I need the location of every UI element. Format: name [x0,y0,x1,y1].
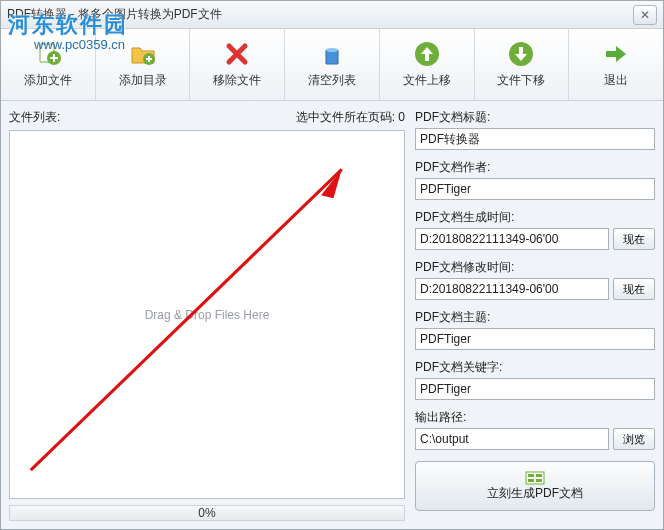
add-file-icon [34,40,62,68]
page-number-label: 选中文件所在页码: 0 [296,109,405,126]
svg-rect-9 [528,474,534,477]
mtime-label: PDF文档修改时间: [415,259,655,276]
output-label: 输出路径: [415,409,655,426]
output-input[interactable] [415,428,609,450]
drop-area[interactable]: Drag & Drop Files Here [9,130,405,499]
left-panel: 文件列表: 选中文件所在页码: 0 Drag & Drop Files Here… [9,109,405,521]
svg-rect-12 [536,479,542,482]
clear-icon [318,40,346,68]
author-label: PDF文档作者: [415,159,655,176]
exit-button[interactable]: 退出 [569,29,663,100]
toolbar: 添加文件 添加目录 移除文件 清空列表 文件上移 [1,29,663,101]
move-down-button[interactable]: 文件下移 [475,29,570,100]
svg-rect-10 [536,474,542,477]
ctime-now-button[interactable]: 现在 [613,228,655,250]
remove-icon [223,40,251,68]
svg-rect-8 [526,472,544,484]
author-input[interactable] [415,178,655,200]
window-title: PDF转换器 - 将多个图片转换为PDF文件 [7,6,633,23]
form-panel: PDF文档标题: PDF文档作者: PDF文档生成时间: 现在 PDF文档修改时… [415,109,655,521]
down-arrow-icon [507,40,535,68]
keywords-input[interactable] [415,378,655,400]
subject-input[interactable] [415,328,655,350]
browse-button[interactable]: 浏览 [613,428,655,450]
svg-point-3 [326,48,338,52]
drop-hint: Drag & Drop Files Here [145,308,270,322]
move-up-button[interactable]: 文件上移 [380,29,475,100]
generate-icon [525,471,545,485]
up-arrow-icon [413,40,441,68]
svg-marker-7 [321,169,342,198]
svg-rect-11 [528,479,534,482]
keywords-label: PDF文档关键字: [415,359,655,376]
add-file-button[interactable]: 添加文件 [1,29,96,100]
folder-icon [129,40,157,68]
mtime-input[interactable] [415,278,609,300]
progress-bar: 0% [9,505,405,521]
file-list-label: 文件列表: [9,109,60,126]
exit-icon [602,40,630,68]
generate-label: 立刻生成PDF文档 [487,485,583,502]
mtime-now-button[interactable]: 现在 [613,278,655,300]
generate-button[interactable]: 立刻生成PDF文档 [415,461,655,511]
ctime-label: PDF文档生成时间: [415,209,655,226]
titlebar: PDF转换器 - 将多个图片转换为PDF文件 ✕ [1,1,663,29]
ctime-input[interactable] [415,228,609,250]
title-input[interactable] [415,128,655,150]
subject-label: PDF文档主题: [415,309,655,326]
clear-button[interactable]: 清空列表 [285,29,380,100]
remove-button[interactable]: 移除文件 [190,29,285,100]
add-dir-button[interactable]: 添加目录 [96,29,191,100]
close-button[interactable]: ✕ [633,5,657,25]
title-label: PDF文档标题: [415,109,655,126]
